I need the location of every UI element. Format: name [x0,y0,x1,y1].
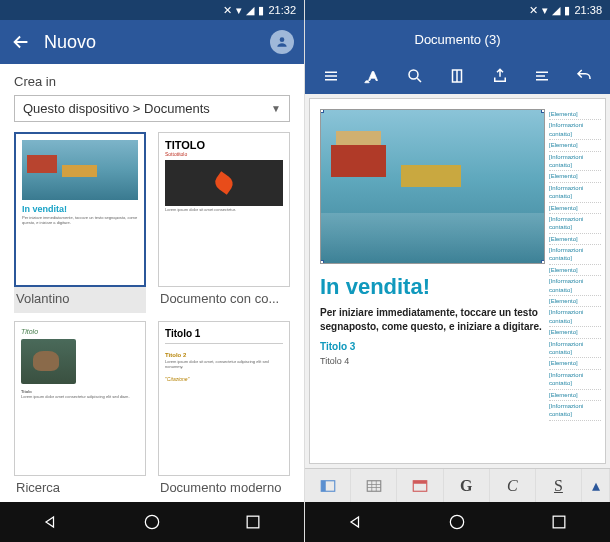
nav-back-icon[interactable] [41,512,61,532]
share-button[interactable] [480,58,520,94]
undo-button[interactable] [564,58,604,94]
format-button[interactable] [353,58,393,94]
svg-rect-9 [413,480,427,483]
chevron-down-icon: ▼ [271,103,281,114]
reading-button[interactable] [437,58,477,94]
battery-icon: ▮ [258,4,264,17]
nav-home-icon[interactable] [447,512,467,532]
svg-point-1 [145,515,158,528]
menu-button[interactable] [311,58,351,94]
app-header: Nuovo [0,20,304,64]
status-bar: ✕ ▾ ◢ ▮ 21:38 [305,0,610,20]
svg-point-10 [451,515,464,528]
document-image[interactable] [320,109,545,264]
italic-button[interactable]: C [490,469,536,502]
doc-heading3[interactable]: Titolo 3 [320,341,545,352]
wifi-icon: ▾ [542,4,548,17]
overflow-button[interactable] [522,58,562,94]
create-in-label: Crea in [14,74,290,89]
table-style3-button[interactable] [397,469,443,502]
tearoff-placeholders[interactable]: [Elemento][Informazioni contatto][Elemen… [545,109,601,453]
status-bar: ✕ ▾ ◢ ▮ 21:32 [0,0,304,20]
format-bar: G C S ▴ [305,468,610,502]
battery-icon: ▮ [564,4,570,17]
search-button[interactable] [395,58,435,94]
template-label: Documento con co... [158,287,290,310]
template-label: Ricerca [14,476,146,499]
dropdown-value: Questo dispositivo > Documents [23,101,210,116]
expand-button[interactable]: ▴ [582,469,610,502]
svg-rect-7 [367,480,381,491]
status-time: 21:38 [574,4,602,16]
svg-rect-6 [321,480,326,491]
template-label: Volantino [14,287,146,310]
template-label: Documento moderno [158,476,290,499]
account-avatar[interactable] [270,30,294,54]
template-documento-moderno[interactable]: Titolo 1 Titolo 2 Lorem ipsum dolor sit … [158,321,290,502]
document-title[interactable]: Documento (3) [415,32,501,47]
status-time: 21:32 [268,4,296,16]
svg-point-0 [280,37,285,42]
nav-recent-icon[interactable] [243,512,263,532]
nav-home-icon[interactable] [142,512,162,532]
signal-icon: ◢ [552,4,560,17]
nav-recent-icon[interactable] [549,512,569,532]
template-ricerca[interactable]: Titolo TitoloLorem ipsum dolor amet cons… [14,321,146,502]
mute-icon: ✕ [223,4,232,17]
doc-title-bar: Documento (3) [305,20,610,58]
android-navbar [305,502,610,542]
underline-button[interactable]: S [536,469,582,502]
page-title: Nuovo [44,32,96,53]
mute-icon: ✕ [529,4,538,17]
table-style1-button[interactable] [305,469,351,502]
bold-button[interactable]: G [444,469,490,502]
doc-body-text[interactable]: Per iniziare immediatamente, toccare un … [320,306,545,333]
wifi-icon: ▾ [236,4,242,17]
location-dropdown[interactable]: Questo dispositivo > Documents ▼ [14,95,290,122]
document-page[interactable]: In vendita! Per iniziare immediatamente,… [309,98,606,464]
template-documento-copertina[interactable]: TITOLO Sottotitolo Lorem ipsum dolor sit… [158,132,290,313]
template-volantino[interactable]: In vendita! Per iniziare immediatamente,… [14,132,146,313]
doc-heading[interactable]: In vendita! [320,274,545,300]
svg-point-3 [409,70,418,79]
svg-rect-2 [247,516,259,528]
table-style2-button[interactable] [351,469,397,502]
svg-rect-11 [553,516,565,528]
android-navbar [0,502,304,542]
back-icon[interactable] [10,31,32,53]
doc-heading4[interactable]: Titolo 4 [320,356,545,366]
nav-back-icon[interactable] [346,512,366,532]
signal-icon: ◢ [246,4,254,17]
editor-toolbar [305,58,610,94]
